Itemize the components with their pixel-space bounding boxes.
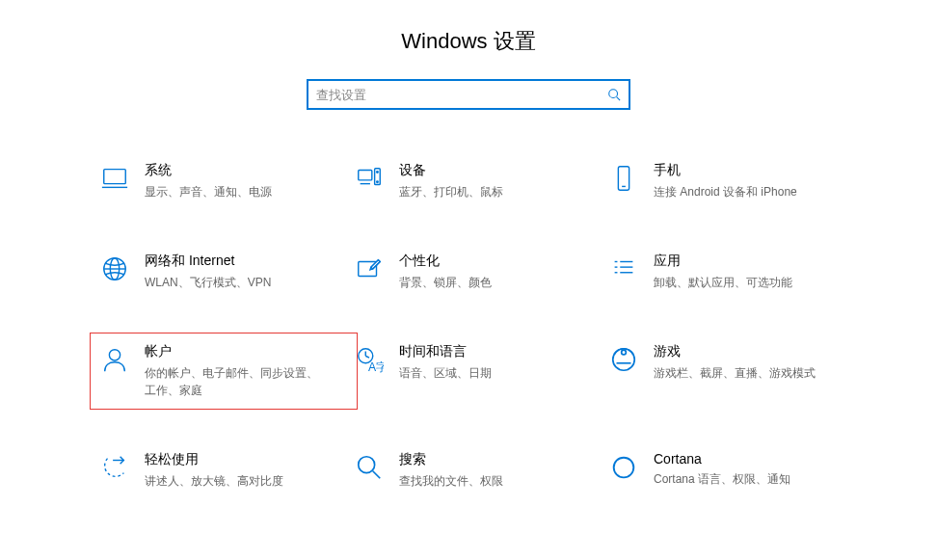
tile-text: 系统 显示、声音、通知、电源 [145,162,347,200]
settings-grid: 系统 显示、声音、通知、电源 设备 蓝牙、打印机、鼠标 手机 [0,158,937,493]
tile-text: 帐户 你的帐户、电子邮件、同步设置、工作、家庭 [145,343,322,399]
tile-title: 网络和 Internet [145,253,347,270]
tile-search[interactable]: 搜索 查找我的文件、权限 [351,447,605,493]
tile-text: 个性化 背景、锁屏、颜色 [399,253,602,291]
svg-line-24 [365,356,369,358]
cortana-icon [609,451,638,482]
tile-title: 搜索 [399,451,602,468]
svg-point-7 [377,181,379,183]
tile-text: 轻松使用 讲述人、放大镜、高对比度 [145,451,347,490]
ease-of-access-icon [100,451,129,482]
tile-gaming[interactable]: 游戏 游戏栏、截屏、直播、游戏模式 [605,339,860,403]
tile-personalization[interactable]: 个性化 背景、锁屏、颜色 [351,249,605,295]
tile-title: 游戏 [654,343,856,360]
svg-line-1 [617,97,621,101]
tile-text: 手机 连接 Android 设备和 iPhone [654,162,856,200]
time-language-icon: A字 [355,343,384,374]
tile-text: Cortana Cortana 语言、权限、通知 [654,451,856,488]
tile-title: 帐户 [145,343,322,360]
tile-desc: Cortana 语言、权限、通知 [654,470,856,488]
gaming-icon [609,343,638,374]
svg-rect-2 [104,170,126,184]
tile-text: 设备 蓝牙、打印机、鼠标 [399,162,602,200]
search-tile-icon [355,451,384,482]
tile-title: 应用 [654,253,856,270]
tile-desc: 游戏栏、截屏、直播、游戏模式 [654,364,856,382]
tile-devices[interactable]: 设备 蓝牙、打印机、鼠标 [351,158,605,204]
svg-text:A字: A字 [368,360,384,374]
tile-desc: 卸载、默认应用、可选功能 [654,274,856,291]
tile-title: 轻松使用 [145,451,347,468]
search-box[interactable] [307,79,630,110]
apps-icon [609,253,638,283]
page-title: Windows 设置 [0,0,937,79]
tile-title: 设备 [399,162,602,179]
svg-point-30 [359,457,375,473]
svg-point-21 [109,350,120,360]
svg-point-27 [622,350,627,355]
tile-phone[interactable]: 手机 连接 Android 设备和 iPhone [605,158,860,204]
tile-apps[interactable]: 应用 卸载、默认应用、可选功能 [605,249,860,295]
tile-title: 手机 [654,162,856,179]
tile-desc: 你的帐户、电子邮件、同步设置、工作、家庭 [145,364,322,399]
phone-icon [609,162,638,193]
tile-time-language[interactable]: A字 时间和语言 语音、区域、日期 [351,339,605,403]
tile-desc: 查找我的文件、权限 [399,472,602,490]
tile-text: 网络和 Internet WLAN、飞行模式、VPN [145,253,347,291]
tile-cortana[interactable]: Cortana Cortana 语言、权限、通知 [605,447,860,493]
accounts-icon [100,343,129,374]
svg-point-6 [377,172,379,173]
svg-point-32 [614,458,634,478]
search-container [0,79,937,110]
tile-desc: 语音、区域、日期 [399,364,602,382]
svg-rect-4 [359,171,372,180]
svg-line-31 [373,471,381,479]
tile-text: 时间和语言 语音、区域、日期 [399,343,602,382]
tile-title: 个性化 [399,253,602,270]
tile-text: 搜索 查找我的文件、权限 [399,451,602,490]
tile-title: 时间和语言 [399,343,602,360]
network-icon [100,253,129,283]
tile-desc: 背景、锁屏、颜色 [399,274,602,291]
svg-point-0 [609,90,618,98]
search-icon [607,88,621,101]
tile-desc: WLAN、飞行模式、VPN [145,274,347,291]
tile-desc: 连接 Android 设备和 iPhone [654,183,856,200]
tile-desc: 蓝牙、打印机、鼠标 [399,183,602,200]
personalization-icon [355,253,384,283]
search-input[interactable] [316,88,607,102]
tile-network[interactable]: 网络和 Internet WLAN、飞行模式、VPN [96,249,351,295]
tile-desc: 讲述人、放大镜、高对比度 [145,472,347,490]
tile-title: Cortana [654,451,856,467]
system-icon [100,162,129,193]
tile-desc: 显示、声音、通知、电源 [145,183,347,200]
tile-system[interactable]: 系统 显示、声音、通知、电源 [96,158,351,204]
devices-icon [355,162,384,193]
tile-ease-of-access[interactable]: 轻松使用 讲述人、放大镜、高对比度 [96,447,351,493]
tile-accounts[interactable]: 帐户 你的帐户、电子邮件、同步设置、工作、家庭 [96,339,351,403]
tile-text: 游戏 游戏栏、截屏、直播、游戏模式 [654,343,856,382]
tile-title: 系统 [145,162,347,179]
tile-text: 应用 卸载、默认应用、可选功能 [654,253,856,291]
